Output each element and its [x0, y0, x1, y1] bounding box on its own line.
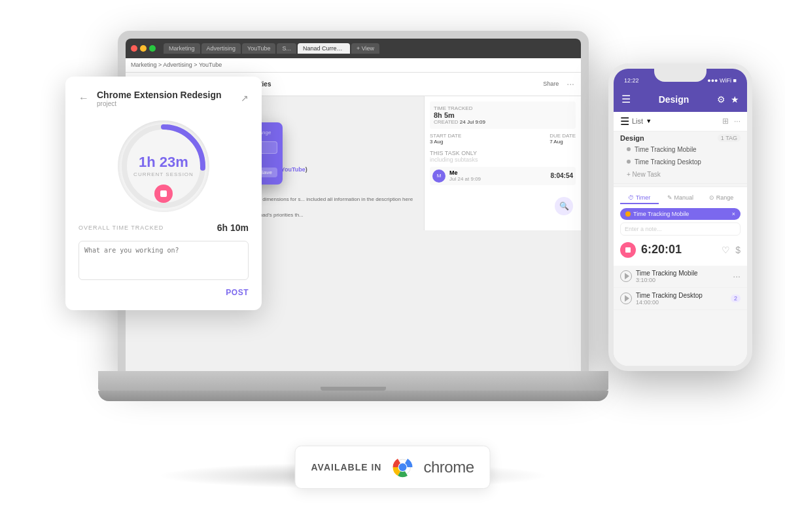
chip-close[interactable]: × — [732, 211, 735, 217]
play-btn-1[interactable] — [620, 270, 632, 282]
new-task-btn[interactable]: + New Task — [614, 168, 747, 181]
time-entry-1: Time Tracking Mobile 3:10:00 ··· — [614, 266, 747, 288]
me-avatar: M — [432, 169, 445, 183]
overall-value: 6h 10m — [217, 222, 249, 233]
tab-s[interactable]: S... — [277, 43, 296, 54]
macbook-base — [98, 371, 608, 391]
chip-dot — [625, 211, 631, 217]
heart-icon[interactable]: ♡ — [722, 245, 730, 255]
phone-task-chip: Time Tracking Mobile × — [620, 208, 741, 220]
entry-more-1[interactable]: ··· — [733, 271, 741, 281]
post-btn[interactable]: POST — [78, 288, 249, 297]
tag-badge: 1 TAG — [718, 134, 741, 142]
created-label: CREATED 24 Jul 9:09 — [434, 119, 572, 125]
phone-timer-actions: ♡ $ — [722, 245, 741, 255]
entry-duration-2: 14:00:00 — [636, 299, 727, 306]
extension-card: ← Chrome Extension Redesign project ↗ 1h… — [65, 77, 262, 310]
stop-icon — [160, 190, 167, 197]
chrome-label: chrome — [423, 458, 474, 476]
phone-notch — [654, 69, 706, 82]
browser-tabs: Marketing Advertising YouTube S... Nanad… — [164, 43, 576, 54]
chevron-down-icon: ▼ — [646, 118, 652, 124]
timer-stop-btn[interactable] — [154, 185, 173, 203]
search-icon[interactable]: 🔍 — [555, 197, 573, 215]
dates-row: START DATE 3 Aug DUE DATE 7 Aug — [430, 133, 576, 145]
tab-advertising[interactable]: Advertising — [201, 43, 241, 54]
time-entry-2: Time Tracking Desktop 14:00:00 2 — [614, 288, 747, 310]
phone-note-input[interactable]: Enter a note... — [620, 222, 741, 236]
phone-task-2[interactable]: Time Tracking Desktop — [614, 156, 747, 168]
phone-timer-section: ⏱ Timer ✎ Manual ⊙ Range Time Tracking M… — [614, 186, 747, 266]
available-in-text: AVAILABLE IN — [311, 462, 382, 472]
time-info: TIME TRACKED 8h 5m CREATED 24 Jul 9:09 — [430, 101, 576, 129]
star-icon[interactable]: ★ — [731, 94, 739, 105]
phone-tab-manual[interactable]: ✎ Manual — [661, 192, 700, 204]
overall-row: OVERALL TIME TRACKED 6h 10m — [78, 222, 249, 233]
ext-subtitle: project — [97, 100, 222, 107]
phone-task-1[interactable]: Time Tracking Mobile — [614, 143, 747, 156]
traffic-light-minimize[interactable] — [140, 45, 147, 52]
share-btn[interactable]: Share — [543, 80, 559, 87]
filter-icon[interactable]: ⊞ — [722, 116, 729, 126]
phone-tab-range[interactable]: ⊙ Range — [702, 192, 741, 204]
phone-tab-timer[interactable]: ⏱ Timer — [620, 192, 659, 204]
right-actions: 🔍 — [430, 189, 576, 218]
traffic-light-maximize[interactable] — [149, 45, 156, 52]
due-date-block: DUE DATE 7 Aug — [550, 133, 576, 145]
time-total: 8h 5m — [434, 111, 572, 119]
play-btn-2[interactable] — [620, 293, 632, 304]
action-icons: 🔍 — [432, 197, 573, 215]
task-breadcrumb: Marketing > Advertising > YouTube — [126, 58, 581, 73]
entry-info-2: Time Tracking Desktop 14:00:00 — [636, 292, 727, 306]
tab-marketing[interactable]: Marketing — [164, 43, 200, 54]
task-name-2: Time Tracking Desktop — [635, 158, 701, 166]
traffic-light-close[interactable] — [131, 45, 137, 52]
phone-time: 12:22 — [624, 77, 639, 84]
breadcrumb-text: Marketing > Advertising > YouTube — [131, 62, 222, 68]
phone-list-header: ☰ List ▼ ⊞ ··· — [614, 112, 747, 132]
time-tracked-label: TIME TRACKED — [434, 105, 572, 111]
note-input[interactable] — [78, 241, 249, 280]
settings-icon[interactable]: ⚙ — [717, 94, 725, 105]
list-actions: ⊞ ··· — [722, 116, 741, 126]
play-icon-1 — [625, 273, 629, 279]
task-right-panel: TIME TRACKED 8h 5m CREATED 24 Jul 9:09 S… — [424, 96, 581, 230]
chrome-badge[interactable]: AVAILABLE IN chrome — [295, 446, 491, 489]
hamburger-icon[interactable]: ☰ — [621, 93, 631, 105]
entry-count-2: 2 — [731, 294, 741, 302]
overall-label: OVERALL TIME TRACKED — [78, 224, 164, 231]
timer-container: 1h 23m CURRENT SESSION — [78, 120, 249, 212]
ext-external-link[interactable]: ↗ — [241, 93, 249, 103]
svg-point-5 — [398, 463, 406, 471]
me-date: Jul 24 at 9:09 — [449, 176, 481, 182]
task-more[interactable]: ··· — [567, 79, 574, 89]
phone-header-icons: ⚙ ★ — [717, 94, 739, 105]
ext-back-btn[interactable]: ← — [78, 92, 89, 104]
phone-stop-btn[interactable] — [620, 242, 636, 258]
phone-header: ☰ Design ⚙ ★ — [614, 87, 747, 112]
section-header: Design 1 TAG — [614, 132, 747, 143]
me-time-row: M Me Jul 24 at 9:09 8:04:54 — [430, 167, 576, 185]
task-name-1: Time Tracking Mobile — [635, 146, 697, 153]
more-icon[interactable]: ··· — [734, 116, 741, 126]
tab-nanad[interactable]: Nanad Current Priorities × — [298, 43, 350, 54]
chip-label: Time Tracking Mobile — [633, 211, 689, 217]
dollar-icon[interactable]: $ — [735, 245, 741, 255]
tab-youtube[interactable]: YouTube — [242, 43, 275, 54]
entry-duration-1: 3:10:00 — [636, 277, 729, 283]
tab-view[interactable]: + View — [351, 43, 379, 54]
phone-timer-tabs: ⏱ Timer ✎ Manual ⊙ Range — [620, 192, 741, 204]
task-only-label: THIS TASK ONLY — [430, 150, 576, 156]
entry-info-1: Time Tracking Mobile 3:10:00 — [636, 270, 729, 283]
entry-name-2: Time Tracking Desktop — [636, 292, 727, 299]
task-dot-2 — [627, 160, 631, 164]
phone-stop-icon — [625, 247, 631, 253]
chrome-logo — [389, 454, 415, 480]
browser-titlebar: Marketing Advertising YouTube S... Nanad… — [126, 39, 581, 58]
phone-screen: 12:22 ●●● WiFi ■ ☰ Design ⚙ ★ ☰ List ▼ — [614, 69, 747, 366]
list-btn[interactable]: ☰ List ▼ — [620, 115, 652, 128]
divider — [614, 183, 747, 184]
list-icon: ☰ — [620, 115, 629, 128]
scene: Marketing Advertising YouTube S... Nanad… — [33, 11, 752, 522]
ext-title: Chrome Extension Redesign — [97, 90, 222, 100]
